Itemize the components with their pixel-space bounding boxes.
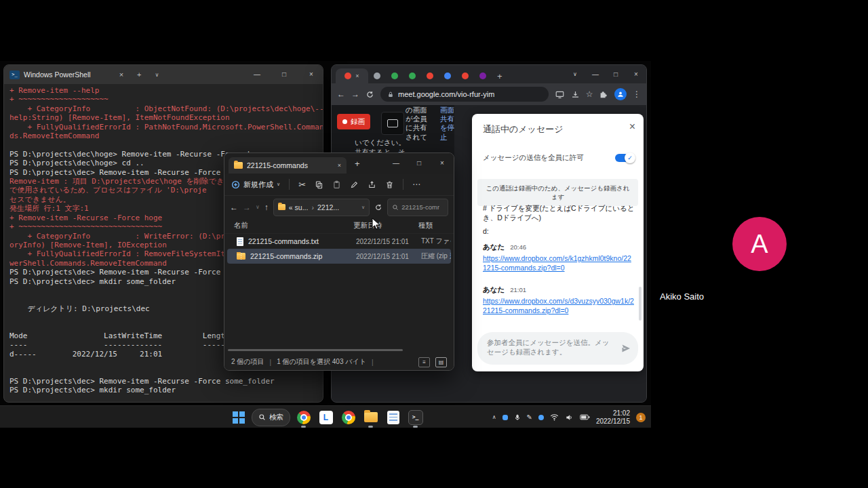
mirror-text-line: いでください。 xyxy=(355,138,406,148)
tray-pen-icon[interactable]: ✎ xyxy=(527,413,532,421)
close-button[interactable]: × xyxy=(300,65,323,84)
taskbar-notes[interactable] xyxy=(384,406,402,428)
tab-search-icon[interactable]: ∨ xyxy=(565,65,585,83)
browser-tab[interactable] xyxy=(368,68,386,83)
browser-tab[interactable] xyxy=(421,68,439,83)
new-tab-icon[interactable]: + xyxy=(355,159,360,169)
chevron-down-icon[interactable]: ∨ xyxy=(155,72,159,78)
battery-icon[interactable] xyxy=(580,414,590,420)
reload-icon[interactable] xyxy=(366,90,374,99)
tray-app-icon[interactable] xyxy=(502,415,508,420)
taskbar-browser-2[interactable] xyxy=(339,406,357,428)
taskbar-search[interactable]: 検索 xyxy=(252,409,290,426)
forward-icon[interactable]: → xyxy=(243,203,251,212)
browser-tab[interactable] xyxy=(439,68,456,83)
screen-share-indicator-icon[interactable] xyxy=(555,90,565,99)
forward-icon[interactable]: → xyxy=(351,89,359,99)
extensions-icon[interactable] xyxy=(599,89,608,99)
tab-close-icon[interactable]: × xyxy=(355,73,359,79)
bookmark-star-icon[interactable]: ☆ xyxy=(586,89,593,99)
send-icon[interactable] xyxy=(620,343,631,354)
install-icon[interactable] xyxy=(571,90,580,99)
tray-chevron-up-icon[interactable]: ∧ xyxy=(492,414,496,420)
volume-icon[interactable] xyxy=(565,413,574,422)
browser-tab[interactable] xyxy=(386,68,403,83)
taskbar-terminal[interactable]: >_ xyxy=(406,406,425,428)
breadcrumb-parent[interactable]: « su... xyxy=(289,203,309,211)
breadcrumb-current[interactable]: 2212... xyxy=(317,203,339,211)
notification-count-badge[interactable]: 1 xyxy=(636,413,646,422)
close-button[interactable]: × xyxy=(626,65,646,83)
explorer-search-box[interactable] xyxy=(387,199,448,216)
folder-icon xyxy=(234,162,243,169)
details-view-icon[interactable]: ▤ xyxy=(435,357,447,367)
sender-name: あなた xyxy=(483,285,505,295)
profile-avatar[interactable] xyxy=(614,88,627,100)
mouse-cursor-icon xyxy=(372,218,380,230)
dropbox-link[interactable]: https://www.dropbox.com/s/d3vuzsyy030gw1… xyxy=(483,296,635,315)
minimize-button[interactable]: — xyxy=(585,65,606,83)
taskbar-chrome[interactable] xyxy=(294,406,313,428)
cut-icon[interactable]: ✂ xyxy=(298,180,306,190)
folder-icon xyxy=(278,204,285,210)
back-icon[interactable]: ← xyxy=(337,89,345,99)
new-tab-icon[interactable]: + xyxy=(497,71,502,81)
tab-favicon xyxy=(444,73,451,79)
chat-scrollbar[interactable] xyxy=(639,287,642,321)
chevron-down-icon[interactable]: ∨ xyxy=(361,205,365,210)
close-button[interactable]: × xyxy=(431,154,454,173)
wifi-icon[interactable] xyxy=(550,413,559,421)
recent-locations-chevron-icon[interactable]: ∨ xyxy=(256,204,260,210)
maximize-button[interactable]: □ xyxy=(408,154,431,173)
copy-icon[interactable] xyxy=(315,180,323,189)
explorer-search-input[interactable] xyxy=(401,203,439,211)
maximize-button[interactable]: □ xyxy=(606,65,626,83)
chrome-tab-strip[interactable]: × + ∨ — □ × xyxy=(332,65,646,83)
close-icon[interactable]: × xyxy=(629,121,635,133)
file-row-selected[interactable]: 221215-commands.zip 2022/12/15 21:01 圧縮 … xyxy=(227,249,451,264)
horizontal-scrollbar[interactable] xyxy=(228,349,403,351)
explorer-titlebar[interactable]: 221215-commands × + — □ × xyxy=(224,153,454,174)
new-tab-icon[interactable]: + xyxy=(137,70,141,79)
maximize-button[interactable]: □ xyxy=(273,65,296,84)
file-row[interactable]: 221215-commands.txt 2022/12/15 21:01 TXT… xyxy=(227,234,451,249)
column-type[interactable]: 種類 xyxy=(418,221,454,230)
back-icon[interactable]: ← xyxy=(230,203,238,212)
share-icon[interactable] xyxy=(368,180,376,189)
browser-tab[interactable] xyxy=(456,68,474,83)
tray-bluetooth-icon[interactable] xyxy=(538,415,544,420)
taskbar-app-l[interactable]: L xyxy=(317,406,335,428)
powershell-titlebar[interactable]: >_ Windows PowerShell × + ∨ — □ × xyxy=(4,65,323,84)
new-item-button[interactable]: 新規作成 ∨ xyxy=(231,180,280,190)
minimize-button[interactable]: — xyxy=(245,65,269,84)
paste-icon[interactable] xyxy=(332,180,341,189)
chat-input[interactable] xyxy=(487,338,616,359)
tray-mic-icon[interactable] xyxy=(514,413,521,422)
address-bar[interactable]: meet.google.com/vio-rfur-yim xyxy=(380,87,549,102)
tab-meet[interactable]: × xyxy=(336,68,368,83)
list-view-icon[interactable]: ≡ xyxy=(418,357,430,367)
more-options-icon[interactable]: ⋯ xyxy=(412,180,420,189)
rename-icon[interactable] xyxy=(350,180,359,189)
tab-close-icon[interactable]: × xyxy=(119,70,123,79)
allow-messages-toggle[interactable]: ✓ xyxy=(615,154,634,162)
taskbar-clock[interactable]: 21:02 2022/12/15 xyxy=(596,409,630,426)
up-icon[interactable]: ↑ xyxy=(264,203,269,212)
dropbox-link[interactable]: https://www.dropbox.com/s/k1gzhkml0t9kno… xyxy=(483,253,635,272)
chat-message: # ドライブを変更(たとえばCドライブにいるとき、Dドライブへ) xyxy=(483,203,635,222)
explorer-tab[interactable]: 221215-commands × xyxy=(229,157,347,174)
start-button[interactable] xyxy=(229,406,248,428)
browser-tab[interactable] xyxy=(403,68,421,83)
chevron-down-icon: ∨ xyxy=(277,182,280,187)
powershell-title: Windows PowerShell xyxy=(24,70,91,79)
column-modified[interactable]: 更新日時 xyxy=(353,221,418,230)
delete-icon[interactable] xyxy=(385,180,394,189)
minimize-button[interactable]: — xyxy=(384,154,408,173)
breadcrumb[interactable]: « su... › 2212... ∨ xyxy=(273,199,370,216)
column-name[interactable]: 名前 xyxy=(234,221,353,230)
menu-kebab-icon[interactable]: ⋮ xyxy=(633,89,641,99)
browser-tab[interactable] xyxy=(474,68,492,83)
tab-close-icon[interactable]: × xyxy=(338,162,341,169)
taskbar-explorer[interactable] xyxy=(361,406,380,428)
refresh-icon[interactable] xyxy=(374,203,382,211)
